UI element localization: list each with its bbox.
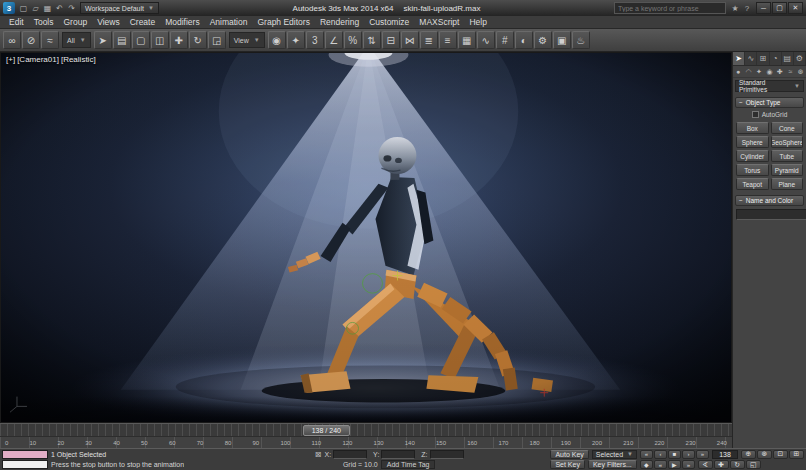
zoom-icon[interactable]: ⊕ — [741, 450, 756, 459]
edit-named-selection-sets-icon[interactable]: ⊟ — [382, 31, 400, 49]
redo-icon[interactable]: ↷ — [66, 4, 77, 13]
coordinate-input[interactable] — [333, 450, 367, 459]
geometry-category-icon[interactable]: ● — [733, 66, 743, 77]
minimize-button[interactable]: ─ — [756, 2, 771, 14]
object-type-button[interactable]: Torus — [736, 164, 769, 176]
schematic-view-icon[interactable]: # — [496, 31, 514, 49]
cameras-category-icon[interactable]: ◉ — [764, 66, 774, 77]
zoom-extents-all-icon[interactable]: ⊞ — [789, 450, 804, 459]
time-slider[interactable]: 138 / 240 — [0, 423, 732, 436]
layer-manager-icon[interactable]: ≡ — [439, 31, 457, 49]
shapes-category-icon[interactable]: ◠ — [743, 66, 753, 77]
help-icon[interactable]: ? — [741, 4, 753, 13]
snap-toggle-icon[interactable]: 3 — [306, 31, 324, 49]
select-and-rotate-icon[interactable]: ↻ — [189, 31, 207, 49]
menu-item[interactable]: Graph Editors — [252, 17, 314, 27]
object-type-button[interactable]: Cylinder — [736, 150, 769, 162]
helpers-category-icon[interactable]: ✚ — [775, 66, 785, 77]
search-input[interactable] — [618, 5, 722, 12]
percent-snap-icon[interactable]: % — [344, 31, 362, 49]
undo-icon[interactable]: ↶ — [54, 4, 65, 13]
tab-motion[interactable]: ◔ — [770, 52, 782, 65]
camera-viewport[interactable]: [+] [Camera01] [Realistic] — [0, 52, 732, 423]
systems-category-icon[interactable]: ⊛ — [796, 66, 806, 77]
use-pivot-point-icon[interactable]: ◉ — [268, 31, 286, 49]
time-slider-thumb[interactable]: 138 / 240 — [303, 425, 350, 436]
maximize-viewport-icon[interactable]: ◱ — [746, 460, 761, 469]
menu-item[interactable]: Customize — [364, 17, 414, 27]
tab-display[interactable]: ▤ — [782, 52, 794, 65]
selection-filter-dropdown[interactable]: All ▼ — [62, 32, 91, 48]
selection-lock-icon[interactable]: ⊠ — [315, 450, 322, 459]
orbit-camera-icon[interactable]: ↻ — [730, 460, 745, 469]
menu-item[interactable]: MAXScript — [414, 17, 464, 27]
object-type-button[interactable]: Box — [736, 122, 769, 134]
menu-item[interactable]: Modifiers — [160, 17, 204, 27]
menu-item[interactable]: Tools — [29, 17, 59, 27]
render-setup-icon[interactable]: ⚙ — [534, 31, 552, 49]
viewport-render[interactable] — [1, 53, 731, 422]
field-of-view-icon[interactable]: ∢ — [698, 460, 713, 469]
select-and-scale-icon[interactable]: ◲ — [208, 31, 226, 49]
new-scene-icon[interactable]: ▢ — [18, 4, 29, 13]
curve-editor-icon[interactable]: ∿ — [477, 31, 495, 49]
set-key-button[interactable]: Set Key — [550, 460, 585, 469]
selection-region-icon[interactable]: ▢ — [132, 31, 150, 49]
menu-item[interactable]: Create — [125, 17, 161, 27]
object-type-button[interactable]: Sphere — [736, 136, 769, 148]
tab-create[interactable]: ➤ — [733, 52, 745, 65]
space-warps-category-icon[interactable]: ≈ — [785, 66, 795, 77]
menu-item[interactable]: Animation — [205, 17, 253, 27]
coordinate-input[interactable] — [381, 450, 415, 459]
tab-hierarchy[interactable]: ⊞ — [757, 52, 769, 65]
stop-animation-button[interactable]: ■ — [668, 450, 681, 459]
lights-category-icon[interactable]: ✦ — [754, 66, 764, 77]
bind-to-space-warp-icon[interactable]: ≈ — [41, 31, 59, 49]
object-type-rollout[interactable]: − Object Type — [735, 97, 804, 108]
mirror-icon[interactable]: ⋈ — [401, 31, 419, 49]
coordinate-input[interactable] — [430, 450, 464, 459]
unlink-selection-icon[interactable]: ⊘ — [22, 31, 40, 49]
next-frame-button[interactable]: › — [682, 450, 695, 459]
menu-item[interactable]: Edit — [4, 17, 29, 27]
render-production-icon[interactable]: ♨ — [572, 31, 590, 49]
menu-item[interactable]: Rendering — [315, 17, 364, 27]
primitives-dropdown[interactable]: Standard Primitives ▼ — [735, 80, 804, 92]
current-frame-field[interactable] — [712, 450, 738, 459]
close-button[interactable]: ✕ — [788, 2, 803, 14]
previous-frame-button[interactable]: ‹ — [654, 450, 667, 459]
menu-item[interactable]: Group — [59, 17, 93, 27]
selection-set-dropdown[interactable]: Selected ▼ — [592, 450, 637, 459]
key-mode-toggle-button[interactable]: ◆ — [640, 460, 653, 469]
go-to-end-button[interactable]: » — [696, 450, 709, 459]
app-menu-icon[interactable]: 3 — [3, 2, 15, 14]
object-type-button[interactable]: Plane — [771, 178, 804, 190]
star-favorites-icon[interactable]: ★ — [729, 4, 741, 13]
rendered-frame-window-icon[interactable]: ▣ — [553, 31, 571, 49]
angle-snap-icon[interactable]: ∠ — [325, 31, 343, 49]
viewport-shading-mode[interactable]: [Realistic] — [61, 55, 96, 64]
object-type-button[interactable]: GeoSphere — [771, 136, 804, 148]
select-and-link-icon[interactable]: ∞ — [3, 31, 21, 49]
spinner-snap-icon[interactable]: ⇅ — [363, 31, 381, 49]
object-type-button[interactable]: Cone — [771, 122, 804, 134]
menu-item[interactable]: Views — [92, 17, 125, 27]
maximize-button[interactable]: ▢ — [772, 2, 787, 14]
infocenter-search[interactable] — [614, 2, 726, 14]
workspace-dropdown[interactable]: Workspace Default ▼ — [80, 2, 159, 14]
object-name-field[interactable] — [736, 209, 806, 220]
menu-item[interactable]: Help — [464, 17, 491, 27]
add-time-tag[interactable]: Add Time Tag — [381, 460, 436, 469]
select-and-manipulate-icon[interactable]: ✦ — [287, 31, 305, 49]
macro-recorder-strip[interactable] — [2, 450, 48, 459]
select-and-move-icon[interactable]: ✚ — [170, 31, 188, 49]
go-to-start-button[interactable]: « — [640, 450, 653, 459]
material-editor-icon[interactable]: ◐ — [515, 31, 533, 49]
select-by-name-icon[interactable]: ▤ — [113, 31, 131, 49]
object-type-button[interactable]: Teapot — [736, 178, 769, 190]
zoom-extents-icon[interactable]: ⊡ — [773, 450, 788, 459]
maxscript-mini-listener[interactable] — [2, 460, 48, 469]
viewport-camera-name[interactable]: [Camera01] — [17, 55, 59, 64]
zoom-all-icon[interactable]: ⊛ — [757, 450, 772, 459]
viewport-menu-plus[interactable]: [+] — [6, 55, 15, 64]
